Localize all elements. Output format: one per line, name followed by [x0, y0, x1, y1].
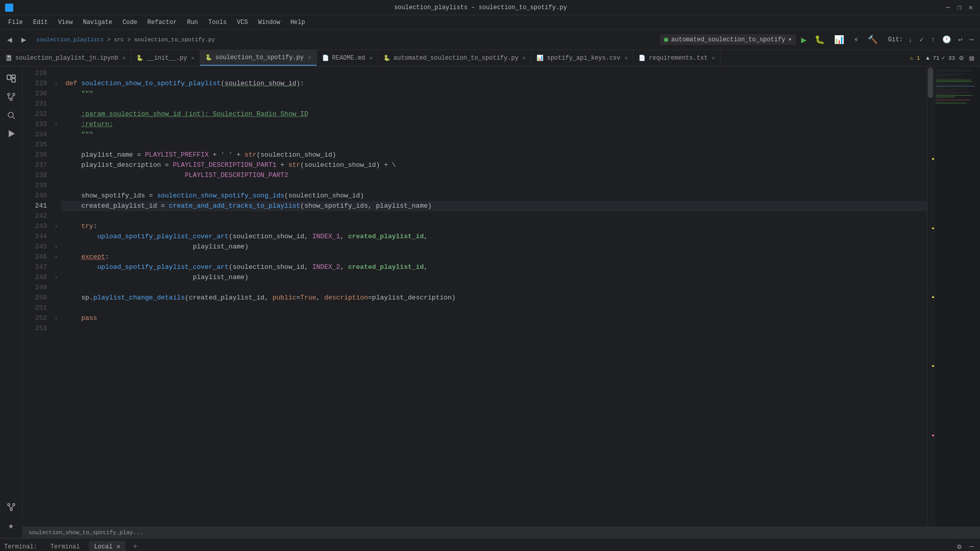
- git-push-button[interactable]: ↑: [929, 35, 937, 45]
- tab-close-init[interactable]: ✕: [191, 55, 194, 61]
- terminal-controls: ⚙ —: [955, 541, 976, 551]
- tab-label-csv: spotify_api_keys.csv: [547, 55, 620, 62]
- debug-button[interactable]: 🐛: [812, 33, 828, 47]
- back-button[interactable]: ◀: [4, 33, 15, 47]
- fold-233[interactable]: ▾: [51, 119, 61, 130]
- activity-favorites-icon[interactable]: ★: [3, 517, 19, 534]
- menu-edit[interactable]: Edit: [29, 18, 52, 27]
- current-file-path[interactable]: soulection_to_spotify.py: [134, 37, 215, 43]
- coverage-button[interactable]: 📊: [831, 33, 847, 47]
- git-check-button[interactable]: ✓: [917, 34, 925, 45]
- menu-code[interactable]: Code: [118, 18, 141, 27]
- tab-close-automated[interactable]: ✕: [523, 55, 526, 61]
- fold-231: [51, 99, 61, 109]
- fold-245[interactable]: ▾: [51, 242, 61, 252]
- line-num-245: 245: [24, 242, 47, 252]
- activity-find-icon[interactable]: [3, 107, 19, 123]
- app-icon: [5, 4, 13, 12]
- svg-line-8: [11, 95, 14, 98]
- tab-automated[interactable]: 🐍 automated_soulection_to_spotify.py ✕: [378, 50, 531, 66]
- menu-file[interactable]: File: [4, 18, 27, 27]
- tab-csv[interactable]: 📊 spotify_api_keys.csv ✕: [531, 50, 633, 66]
- line-num-251: 251: [24, 303, 47, 313]
- fold-228: [51, 68, 61, 79]
- terminal-tab-local-label: Local: [94, 543, 112, 550]
- src-folder[interactable]: src: [114, 37, 124, 43]
- tab-ipynb[interactable]: 📓 soulection_playlist_jn.ipynb ✕: [0, 50, 131, 66]
- menu-run[interactable]: Run: [183, 18, 202, 27]
- activity-project-icon[interactable]: [3, 70, 19, 87]
- minimize-button[interactable]: —: [944, 3, 952, 12]
- editor-split[interactable]: ▤: [968, 54, 976, 62]
- forward-button[interactable]: ▶: [18, 33, 30, 47]
- fold-249: [51, 283, 61, 293]
- fold-235: [51, 140, 61, 150]
- menu-vcs[interactable]: VCS: [233, 18, 252, 27]
- editor-settings[interactable]: ⚙: [957, 54, 965, 62]
- fold-252[interactable]: ▾: [51, 313, 61, 323]
- tab-close-requirements[interactable]: ✕: [712, 55, 715, 61]
- tab-label-ipynb: soulection_playlist_jn.ipynb: [15, 55, 118, 62]
- svg-rect-1: [12, 75, 15, 78]
- activity-run-icon[interactable]: [3, 126, 19, 142]
- fold-243[interactable]: ▾: [51, 221, 61, 232]
- maximize-button[interactable]: ❐: [955, 3, 963, 12]
- git-update-button[interactable]: ↓: [906, 35, 914, 45]
- line-num-250: 250: [24, 293, 47, 303]
- git-history-button[interactable]: 🕐: [940, 34, 953, 45]
- code-line-242: [61, 211, 927, 221]
- menu-refactor[interactable]: Refactor: [143, 18, 181, 27]
- line-num-239: 239: [24, 181, 47, 191]
- terminal-tab-bar: Terminal: Terminal Local ✕ + ⚙ —: [0, 539, 980, 551]
- tab-main[interactable]: 🐍 soulection_to_spotify.py ✕: [200, 50, 316, 66]
- activity-git-icon[interactable]: [3, 499, 19, 515]
- menu-tools[interactable]: Tools: [204, 18, 231, 27]
- activity-vcs-icon[interactable]: [3, 89, 19, 105]
- close-button[interactable]: ✕: [967, 3, 975, 12]
- project-name[interactable]: soulection_playlists: [36, 37, 104, 43]
- line-num-234: 234: [24, 130, 47, 140]
- fold-242: [51, 211, 61, 221]
- editor-scrollbar[interactable]: [927, 66, 934, 527]
- terminal-tab-local-close[interactable]: ✕: [116, 543, 120, 550]
- terminal-add-tab-button[interactable]: +: [130, 541, 141, 552]
- git-more-button[interactable]: ⋯: [968, 34, 976, 45]
- git-revert-button[interactable]: ↩: [956, 34, 964, 45]
- code-line-250: sp.playlist_change_details(created_playl…: [61, 293, 927, 303]
- build-button[interactable]: 🔨: [865, 33, 881, 47]
- terminal-tab-local[interactable]: Local ✕: [89, 541, 125, 551]
- menu-window[interactable]: Window: [254, 18, 284, 27]
- fold-248[interactable]: ▾: [51, 272, 61, 283]
- title-bar: soulection_playlists – soulection_to_spo…: [0, 0, 980, 15]
- svg-point-9: [8, 112, 13, 117]
- svg-rect-0: [7, 75, 11, 80]
- run-config-selector[interactable]: automated_soulection_to_spotify ▾: [660, 34, 796, 45]
- fold-244: [51, 232, 61, 242]
- code-container[interactable]: 228 229 230 231 232 233 234 235 236 237 …: [22, 66, 980, 527]
- window-controls[interactable]: — ❐ ✕: [944, 3, 975, 12]
- tab-close-ipynb[interactable]: ✕: [122, 55, 126, 61]
- run-button[interactable]: ▶: [799, 33, 809, 46]
- svg-rect-2: [12, 79, 15, 82]
- terminal-tab-terminal[interactable]: Terminal: [45, 541, 85, 552]
- tab-init[interactable]: 🐍 __init__.py ✕: [131, 50, 200, 66]
- tab-close-readme[interactable]: ✕: [369, 55, 373, 61]
- tab-close-csv[interactable]: ✕: [625, 55, 628, 61]
- menu-view[interactable]: View: [54, 18, 77, 27]
- tab-bar: 📓 soulection_playlist_jn.ipynb ✕ 🐍 __ini…: [0, 50, 980, 66]
- terminal-minimize-button[interactable]: —: [968, 541, 976, 551]
- tab-readme[interactable]: 📄 README.md ✕: [317, 50, 378, 66]
- tab-requirements[interactable]: 📄 requirements.txt ✕: [633, 50, 721, 66]
- terminal-settings-button[interactable]: ⚙: [955, 541, 963, 551]
- profile-button[interactable]: ⚡: [850, 33, 862, 47]
- menu-bar: File Edit View Navigate Code Refactor Ru…: [0, 15, 980, 30]
- tab-close-main[interactable]: ✕: [308, 54, 311, 61]
- git-section: Git: ↓ ✓ ↑ 🕐 ↩ ⋯: [888, 34, 976, 45]
- tab-icon-readme: 📄: [322, 55, 329, 61]
- warning-count[interactable]: ⚠ 1: [910, 55, 920, 61]
- fold-229[interactable]: ▾: [51, 79, 61, 89]
- menu-navigate[interactable]: Navigate: [79, 18, 116, 27]
- menu-help[interactable]: Help: [286, 18, 309, 27]
- code-content[interactable]: def soulection_show_to_spotify_playlist(…: [61, 66, 927, 527]
- fold-246[interactable]: ▾: [51, 252, 61, 262]
